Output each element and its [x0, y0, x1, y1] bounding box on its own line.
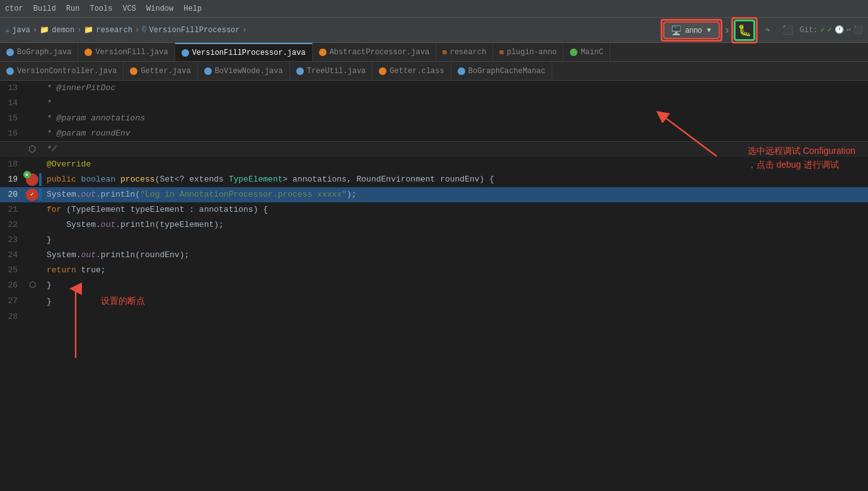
tab-label-versionfill: VersionFill.java: [95, 48, 168, 57]
menu-ctor[interactable]: ctor: [5, 4, 23, 13]
menu-build[interactable]: Build: [33, 4, 56, 13]
tab-getter[interactable]: Getter.java: [124, 62, 197, 80]
toolbar: ☕ java › 📁 demon › 📁 research › © Versio…: [0, 18, 868, 43]
tab-label-mainc: MainC: [581, 48, 603, 57]
anno-config-icon: 🖥️: [671, 25, 681, 35]
tab-icon-vfp: [182, 49, 189, 57]
menu-tools[interactable]: Tools: [90, 4, 112, 13]
code-line-23: 23 }: [0, 233, 868, 248]
code-line-21: 21 for (TypeElement typeElement : annota…: [0, 202, 868, 217]
git-icon4: ⬛: [854, 25, 863, 35]
menu-vcs[interactable]: VCS: [122, 4, 136, 13]
code-line-14: 14 *: [0, 96, 868, 111]
tab-icon-bgc: [458, 67, 465, 75]
tab-label-bgc: BoGraphCacheManac: [468, 67, 545, 76]
debug-arrow-marker: ▶: [23, 171, 31, 178]
arrow-separator: ›: [724, 24, 731, 37]
bookmark-26-icon: ⬡: [29, 278, 36, 293]
tab-label-vfp: VersionFillProcessor.java: [192, 49, 306, 57]
current-line-bar: [39, 173, 42, 186]
anno-button[interactable]: 🖥️ anno ▼: [663, 21, 720, 39]
current-line-bar-20: [39, 188, 42, 201]
tab-boviewnode[interactable]: BoViewNode.java: [198, 62, 290, 80]
breadcrumb-java-label: java: [12, 26, 30, 35]
menu-window[interactable]: Window: [146, 4, 173, 13]
menu-help[interactable]: Help: [183, 4, 202, 13]
tab-treeutil[interactable]: TreeUtil.java: [290, 62, 373, 80]
breadcrumb-demon-label: demon: [52, 26, 74, 35]
tab-icon-bograph: [6, 49, 14, 56]
tab-icon-vc: [6, 67, 14, 75]
tab-icon-pluginanno: m: [499, 49, 504, 56]
git-clock: 🕐: [835, 25, 844, 35]
stop-icon[interactable]: ⬛: [779, 22, 796, 38]
code-line-18: 18 @Override: [0, 157, 868, 172]
code-line-16: 16 * @param roundEnv: [0, 126, 868, 141]
tab-icon-bvn: [204, 67, 212, 75]
breadcrumb-demon: 📁: [40, 25, 49, 35]
breakpoint-20[interactable]: ✓: [26, 188, 38, 201]
tab-label-bvn: BoViewNode.java: [215, 67, 283, 76]
menu-run[interactable]: Run: [66, 4, 80, 13]
git-check2: ✓: [828, 25, 832, 35]
breadcrumb-arrow: ›: [243, 26, 247, 35]
tab-icon-versionfill: [84, 49, 92, 56]
code-line-19: 19 ▶ public boolean process(Set<? extend…: [0, 172, 868, 187]
debug-icon: 🐛: [738, 23, 751, 37]
breadcrumb-research-label: research: [96, 26, 132, 35]
code-line-28: 28: [0, 309, 868, 325]
tabs-row-1: BoGraph.java VersionFill.java VersionFil…: [0, 43, 868, 62]
tab-label-vc: VersionController.java: [17, 67, 117, 76]
code-line-13: 13 * @innerPitDoc: [0, 81, 868, 96]
breakpoint-check-icon: ✓: [30, 187, 34, 202]
tab-label-research: research: [450, 48, 487, 57]
menu-bar: ctor Build Run Tools VCS Window Help: [0, 0, 868, 18]
tab-icon-research: m: [443, 49, 447, 56]
tab-plugin-anno[interactable]: m plugin-anno: [493, 43, 564, 61]
tab-icon-tu: [296, 67, 304, 75]
tab-bographcache[interactable]: BoGraphCacheManac: [451, 62, 552, 80]
breadcrumb-folder-icon: 📁: [84, 25, 93, 35]
tab-versionfill[interactable]: VersionFill.java: [78, 43, 175, 61]
code-line-20: 20 ✓ System.out.println("Log in Annotati…: [0, 187, 868, 202]
git-section: Git: ✓ ✓ 🕐 ↩ ⬛: [799, 25, 863, 35]
breadcrumb-class-icon: ©: [142, 26, 146, 35]
anno-btn-container: 🖥️ anno ▼: [663, 21, 720, 39]
tab-icon-mainc: [570, 49, 577, 56]
code-line-26: 26 ⬡ }: [0, 278, 868, 293]
tab-bograph[interactable]: BoGraph.java: [0, 43, 78, 61]
tab-icon-getter: [130, 67, 137, 75]
code-line-25: 25 return true;: [0, 263, 868, 278]
tab-abstractprocessor[interactable]: AbstractProcessor.java: [313, 43, 436, 61]
tab-label-gc: Getter.class: [390, 67, 444, 76]
bookmark-icon: ⬡: [28, 142, 36, 157]
tab-icon-gc: [379, 67, 386, 75]
tab-label-ap: AbstractProcessor.java: [330, 48, 429, 57]
tabs-row-2: VersionController.java Getter.java BoVie…: [0, 62, 868, 81]
tab-research[interactable]: m research: [436, 43, 493, 61]
debug-btn-container: 🐛: [734, 20, 755, 41]
tab-getter-class[interactable]: Getter.class: [373, 62, 451, 80]
toolbar-right: 🖥️ anno ▼ › 🐛 ↷ ⬛ Git: ✓ ✓ 🕐 ↩ ⬛: [663, 20, 863, 41]
breakpoint-label: 设置的断点: [101, 296, 145, 306]
breadcrumb-class-label: VersionFillProcessor: [149, 26, 240, 35]
git-check1: ✓: [820, 25, 825, 35]
step-over-icon[interactable]: ↷: [759, 22, 775, 38]
tab-versioncontroller[interactable]: VersionController.java: [0, 62, 124, 80]
tab-versionfillprocessor[interactable]: VersionFillProcessor.java: [175, 43, 313, 61]
debug-button[interactable]: 🐛: [734, 20, 755, 41]
breadcrumb: ☕ java › 📁 demon › 📁 research › © Versio…: [5, 25, 659, 35]
code-area: 13 * @innerPitDoc 14 * 15 * @param annot…: [0, 81, 868, 491]
tab-mainc[interactable]: MainC: [564, 43, 610, 61]
breakpoint-19[interactable]: ▶: [26, 173, 38, 186]
code-line-27: 27 } 设置的断点: [0, 293, 868, 309]
tab-label-bograph: BoGraph.java: [17, 48, 71, 57]
code-line-15: 15 * @param annotations: [0, 111, 868, 126]
breadcrumb-java: ☕: [5, 25, 9, 35]
tab-label-tu: TreeUtil.java: [307, 67, 366, 76]
tab-label-pluginanno: plugin-anno: [507, 48, 557, 57]
tab-icon-ap: [319, 49, 327, 56]
code-line-17: ⬡ */: [0, 141, 868, 157]
git-label: Git:: [799, 26, 818, 35]
anno-label: anno: [685, 26, 702, 35]
